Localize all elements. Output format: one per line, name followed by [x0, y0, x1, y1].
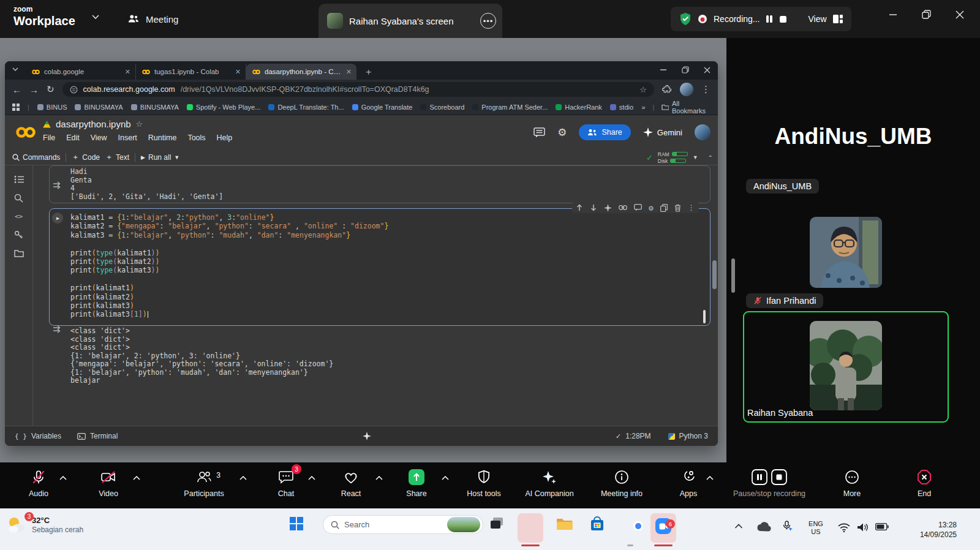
comments-icon[interactable]	[533, 127, 545, 138]
comment-cell-icon[interactable]	[634, 204, 642, 211]
apps-options-chevron-icon[interactable]	[706, 476, 714, 480]
kernel-indicator[interactable]: Python 3	[668, 432, 708, 440]
colab-profile-avatar[interactable]	[695, 124, 710, 140]
pause-recording-icon[interactable]	[751, 469, 768, 486]
code-editor[interactable]: kalimat1 = {1:"belajar", 2:"python", 3:"…	[70, 213, 388, 319]
browser-tab-1[interactable]: colab.google ✕	[26, 64, 136, 80]
taskbar-clock[interactable]: 13:28 14/09/2025	[920, 520, 957, 540]
gemini-button[interactable]: Gemini	[643, 127, 682, 137]
end-meeting-button[interactable]: End	[878, 468, 970, 498]
pause-stop-recording-button[interactable]: Pause/stop recording	[723, 468, 815, 498]
cell-more-options-icon[interactable]: ⋮	[688, 203, 695, 212]
notebook-filename[interactable]: dasarpython.ipynb	[56, 119, 131, 129]
video-options-chevron-icon[interactable]	[133, 476, 140, 480]
language-indicator[interactable]: ENG US	[809, 520, 823, 536]
workspace-chevron-icon[interactable]	[92, 15, 99, 20]
minimize-icon[interactable]	[889, 10, 897, 19]
move-cell-down-icon[interactable]	[590, 204, 597, 211]
browser-tab-3-active[interactable]: dasarpython.ipynb - Colab ✕	[246, 64, 356, 80]
bookmark-item-7[interactable]: Program ATM Seder...	[472, 104, 548, 111]
bookmark-item-6[interactable]: Scoreboard	[420, 104, 464, 111]
new-tab-icon[interactable]: ＋	[364, 64, 373, 80]
reload-icon[interactable]: ↻	[47, 84, 55, 95]
star-notebook-icon[interactable]: ☆	[136, 119, 143, 129]
participant-2-video[interactable]	[810, 217, 882, 288]
bookmark-item-8[interactable]: HackerRank	[556, 104, 602, 111]
restore-icon[interactable]	[922, 10, 931, 19]
add-text-button[interactable]: ＋Text	[105, 152, 129, 162]
chevron-down-icon[interactable]: ▼	[693, 154, 698, 160]
move-cell-up-icon[interactable]	[576, 204, 583, 211]
url-field[interactable]: colab.research.google.com/drive/1QsVLVno…	[62, 82, 654, 97]
extensions-icon[interactable]	[662, 85, 672, 94]
bookmark-item-5[interactable]: Google Translate	[352, 104, 413, 111]
run-all-button[interactable]: ▶Run all▼	[141, 153, 179, 162]
tab-search-chevron-icon[interactable]	[12, 67, 18, 72]
wifi-icon[interactable]	[838, 523, 850, 532]
table-of-contents-icon[interactable]	[14, 175, 24, 184]
bookmark-item-1[interactable]: BINUSMAYA	[75, 104, 123, 111]
start-button[interactable]	[289, 516, 304, 531]
minimize-icon[interactable]	[660, 66, 667, 73]
browser-tab-2[interactable]: tugas1.ipynb - Colab ✕	[136, 64, 246, 80]
add-code-button[interactable]: ＋Code	[72, 152, 100, 162]
battery-icon[interactable]	[875, 523, 889, 530]
participants-button[interactable]: 3 Participants	[158, 468, 250, 498]
pause-recording-icon[interactable]	[766, 15, 773, 23]
tab-close-icon[interactable]: ✕	[235, 68, 241, 76]
tab-close-icon[interactable]: ✕	[125, 68, 130, 76]
file-explorer-button[interactable]	[556, 516, 573, 531]
bookmark-star-icon[interactable]: ☆	[639, 85, 647, 94]
menu-help[interactable]: Help	[217, 134, 233, 142]
bookmark-item-4[interactable]: DeepL Translate: Th...	[268, 104, 344, 111]
security-shield-icon[interactable]	[679, 12, 692, 26]
settings-gear-icon[interactable]: ⚙	[557, 126, 567, 139]
find-replace-icon[interactable]	[14, 194, 23, 203]
collapse-chevron-icon[interactable]: ⌃	[708, 154, 713, 161]
tab-meeting[interactable]: Meeting	[127, 0, 178, 38]
commands-button[interactable]: Commands	[12, 153, 60, 162]
all-bookmarks-button[interactable]: All Bookmarks	[662, 100, 710, 115]
colab-share-button[interactable]: Share	[579, 124, 630, 140]
variables-rail-icon[interactable]: <>	[15, 213, 23, 220]
tab-close-icon[interactable]: ✕	[346, 68, 352, 76]
terminal-button[interactable]: Terminal	[77, 432, 118, 440]
tray-expand-chevron-icon[interactable]	[735, 524, 743, 529]
menu-view[interactable]: View	[91, 134, 107, 142]
menu-file[interactable]: File	[43, 134, 55, 142]
close-icon[interactable]	[704, 67, 710, 73]
menu-insert[interactable]: Insert	[118, 134, 137, 142]
onedrive-cloud-icon[interactable]	[756, 521, 771, 532]
resources-widget[interactable]: ✓ RAM Disk ▼ ⌃	[646, 149, 713, 165]
restore-icon[interactable]	[682, 66, 689, 73]
panel-scrollbar-thumb[interactable]	[731, 258, 735, 293]
browser-profile-avatar[interactable]	[680, 83, 693, 96]
bookmark-item-0[interactable]: BINUS	[37, 104, 67, 111]
stop-recording-icon[interactable]	[771, 469, 788, 486]
delete-cell-icon[interactable]	[674, 204, 681, 212]
site-info-icon[interactable]	[70, 86, 78, 94]
browser-menu-icon[interactable]: ⋮	[701, 84, 710, 95]
forward-icon[interactable]: →	[29, 85, 39, 95]
close-icon[interactable]	[956, 10, 964, 19]
secrets-key-icon[interactable]	[14, 230, 23, 239]
microsoft-store-button[interactable]	[589, 516, 605, 532]
browser-scrollbar-thumb[interactable]	[712, 260, 717, 289]
bookmark-item-9[interactable]: stdio.h « C / ANSI-C	[610, 104, 634, 111]
task-view-button[interactable]	[489, 516, 504, 531]
voice-access-icon[interactable]	[782, 521, 794, 533]
gemini-spark-icon[interactable]	[363, 432, 371, 440]
stop-recording-icon[interactable]	[779, 15, 787, 23]
apps-button[interactable]: Apps	[643, 468, 734, 498]
copy-cell-icon[interactable]	[660, 204, 668, 212]
menu-edit[interactable]: Edit	[66, 134, 80, 142]
zoom-app-button[interactable]: 6	[655, 518, 671, 534]
weather-widget[interactable]: 3 32°C Sebagian cerah	[6, 514, 83, 535]
view-layout-icon[interactable]	[833, 15, 843, 23]
menu-tools[interactable]: Tools	[187, 134, 205, 142]
menu-runtime[interactable]: Runtime	[148, 134, 177, 142]
video-button[interactable]: Video	[62, 468, 154, 498]
search-highlight-image[interactable]	[447, 517, 480, 532]
variables-button[interactable]: { }Variables	[15, 432, 61, 440]
view-label[interactable]: View	[808, 14, 826, 24]
